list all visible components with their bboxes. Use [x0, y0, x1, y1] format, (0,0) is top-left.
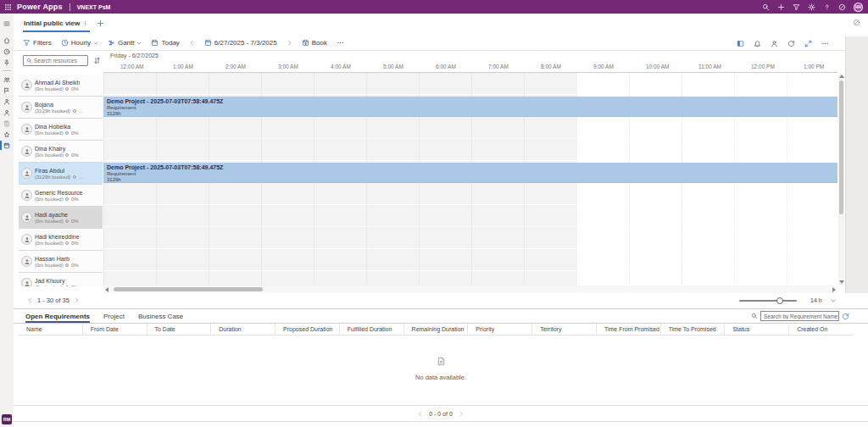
vertical-scroll-thumb[interactable] [839, 80, 843, 214]
view-tab-label: Initial public view [24, 19, 80, 27]
interval-dropdown[interactable]: Hourly [61, 39, 98, 47]
previous-range-chevron-icon[interactable] [189, 40, 195, 46]
column-header-to-date[interactable]: To Date [147, 324, 212, 335]
column-header-status[interactable]: Status [725, 324, 789, 335]
more-options-icon[interactable] [821, 40, 829, 47]
settings-gear-icon[interactable] [808, 3, 815, 11]
users-person-icon[interactable] [0, 107, 14, 118]
resource-name: Hadi ayache [35, 212, 79, 218]
time-label: 9:00 AM [593, 64, 614, 69]
tab-business-case[interactable]: Business Case [138, 313, 183, 323]
app-title[interactable]: Power Apps [17, 3, 63, 11]
pinned-icon[interactable] [0, 57, 14, 68]
resource-booking-info: (0m booked) 0% [35, 219, 79, 224]
page-next-chevron-icon[interactable] [459, 411, 465, 417]
column-header-remaining-duration[interactable]: Remaining Duration [404, 324, 469, 335]
date-range-picker[interactable]: 6/27/2025 - 7/3/2025 [204, 39, 277, 47]
search-icon [26, 58, 32, 64]
column-header-name[interactable]: Name [19, 324, 83, 335]
help-icon[interactable] [823, 3, 831, 11]
resource-card[interactable]: Hadi kheireddine (0m booked) 0% [19, 229, 103, 250]
next-range-chevron-icon[interactable] [287, 40, 292, 46]
environment-name[interactable]: VNEXT PsM [77, 4, 111, 10]
chevron-down-icon [136, 41, 142, 46]
requests-clipboard-icon[interactable] [0, 118, 14, 129]
page-next-chevron-icon[interactable] [74, 297, 80, 303]
favorites-star-icon[interactable] [0, 129, 14, 140]
resource-card[interactable]: Bojana (3129h booked) 0% [19, 97, 103, 118]
column-header-created-on[interactable]: Created On [789, 324, 853, 335]
fullscreen-icon[interactable] [804, 40, 812, 47]
schedule-board-icon[interactable] [737, 40, 744, 47]
column-header-fulfilled-duration[interactable]: Fulfilled Duration [340, 324, 404, 335]
scroll-left-arrow-icon[interactable] [105, 287, 108, 292]
column-header-territory[interactable]: Territory [532, 324, 597, 335]
tab-project[interactable]: Project [103, 313, 125, 323]
more-commands-icon[interactable] [337, 39, 344, 47]
resource-card[interactable]: Ahmad Al Sheikh (0m booked) 0% [19, 75, 103, 96]
column-header-duration[interactable]: Duration [211, 324, 275, 335]
resource-card[interactable]: Dina Khairy (0m booked) 0% [19, 141, 103, 162]
refresh-icon[interactable] [842, 313, 849, 320]
booking-bar[interactable]: Demo Project - 2025-07-03T07:58:49.475Z … [103, 97, 837, 117]
column-header-priority[interactable]: Priority [468, 324, 532, 335]
app-badge[interactable]: RM [2, 414, 12, 424]
column-header-proposed-duration[interactable]: Proposed Duration [275, 324, 340, 335]
filter-icon[interactable] [793, 3, 800, 11]
resource-name: Hadi kheireddine [35, 234, 80, 240]
waffle-menu-icon[interactable] [4, 3, 12, 11]
zoom-slider[interactable] [739, 300, 797, 302]
page-previous-chevron-icon[interactable] [27, 297, 33, 303]
feedback-icon[interactable] [838, 3, 846, 11]
schedule-calendar-icon[interactable] [0, 140, 14, 151]
quick-create-icon[interactable] [777, 3, 785, 11]
page-previous-chevron-icon[interactable] [417, 411, 423, 417]
resource-search-box[interactable] [23, 55, 88, 66]
hamburger-menu-icon[interactable] [0, 18, 14, 29]
milestones-flag-icon[interactable] [0, 85, 14, 96]
booking-bar[interactable]: Demo Project - 2025-07-03T07:58:49.475Z … [103, 163, 837, 183]
contacts-person-icon[interactable] [0, 96, 14, 107]
resource-card[interactable]: Dina Hobeika (0m booked) 0% [19, 119, 103, 140]
resource-card[interactable]: Firas Abdul (3129h booked) 0% [19, 163, 103, 184]
add-board-tab-icon[interactable] [97, 19, 104, 27]
horizontal-scroll-thumb[interactable] [114, 287, 263, 291]
requirements-person-icon[interactable] [771, 40, 778, 47]
horizontal-scrollbar[interactable] [103, 286, 837, 293]
collapsed-details-panel[interactable] [845, 36, 868, 308]
book-button[interactable]: Book [302, 39, 327, 47]
resource-card[interactable]: Hassan Harb (0m booked) 0% [19, 251, 103, 272]
tab-open-requirements[interactable]: Open Requirements [25, 313, 90, 323]
refresh-icon[interactable] [787, 40, 795, 47]
resource-card[interactable]: Generic Resource (0m booked) 0% [19, 185, 103, 206]
notifications-bell-icon[interactable] [754, 40, 761, 47]
scroll-right-arrow-icon[interactable] [832, 287, 836, 292]
resource-card[interactable]: Hadi ayache (0m booked) 0% [19, 207, 103, 228]
scroll-up-arrow-icon[interactable] [839, 75, 844, 78]
resource-card[interactable]: Jad Khoury (0m booked) 0% [19, 273, 103, 286]
sort-resources-icon[interactable] [93, 57, 101, 64]
gantt-body[interactable]: Demo Project - 2025-07-03T07:58:49.475Z … [103, 73, 837, 286]
tab-options-icon[interactable] [82, 20, 88, 26]
resources-people-icon[interactable] [0, 74, 14, 85]
today-button[interactable]: Today [151, 39, 179, 47]
filters-button[interactable]: Filters [23, 39, 52, 47]
requirement-search-input[interactable] [760, 311, 839, 321]
recent-clock-icon[interactable] [0, 46, 14, 57]
scroll-down-arrow-icon[interactable] [839, 280, 844, 284]
column-header-time-to-promised[interactable]: Time To Promised [661, 324, 726, 335]
feedback-icon[interactable] [853, 19, 860, 26]
home-icon[interactable] [0, 35, 14, 46]
zoom-slider-thumb[interactable] [776, 297, 783, 304]
collapse-panel-chevron-icon[interactable] [830, 297, 837, 304]
resource-search-input[interactable] [34, 58, 85, 64]
avatar[interactable]: HH [854, 3, 863, 12]
tab-initial-public-view[interactable]: Initial public view [23, 18, 90, 32]
search-icon[interactable] [762, 3, 770, 11]
calendar-plus-icon [302, 39, 309, 47]
view-type-dropdown[interactable]: Gantt [108, 39, 142, 47]
time-label: 4:00 AM [331, 64, 351, 69]
vertical-scrollbar[interactable] [838, 73, 844, 286]
column-header-from-date[interactable]: From Date [83, 324, 147, 335]
column-header-time-from-promised[interactable]: Time From Promised [597, 324, 661, 335]
